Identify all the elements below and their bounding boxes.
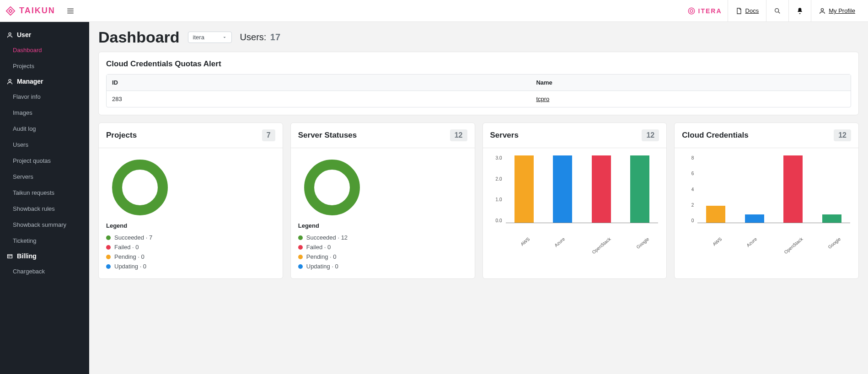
section-manager-label: Manager — [17, 78, 43, 85]
sidebar-item-showback-rules[interactable]: Showback rules — [0, 201, 89, 217]
servers-bar-chart: 3.02.01.00.0AWSAzureOpenStackGoogle — [490, 155, 659, 233]
sidebar-toggle-button[interactable] — [66, 7, 75, 15]
legend-updating: Updating · 0 — [106, 262, 275, 271]
cloud-credentials-bar-chart: 86420AWSAzureOpenStackGoogle — [682, 155, 851, 233]
sidebar: User Dashboard Projects Manager Flavor i… — [0, 22, 89, 374]
org-select-dropdown[interactable]: itera — [188, 32, 232, 43]
sidebar-section-user: User — [0, 27, 89, 42]
projects-card-title: Projects — [106, 131, 137, 140]
svg-point-4 — [9, 32, 11, 35]
legend-failed: Failed · 0 — [298, 242, 467, 252]
chevron-down-icon — [222, 35, 227, 40]
servers-card-title: Servers — [490, 131, 519, 140]
brand-logo-icon — [5, 6, 16, 16]
bell-icon — [796, 7, 804, 15]
cloud-credentials-count-badge: 12 — [834, 129, 851, 141]
page-title: Dashboard — [98, 28, 180, 46]
sidebar-item-users[interactable]: Users — [0, 137, 89, 153]
org-brand: ITERA — [687, 7, 722, 15]
legend-succeeded: Succeeded · 7 — [106, 233, 275, 242]
sidebar-item-servers[interactable]: Servers — [0, 169, 89, 185]
search-icon — [774, 7, 781, 15]
users-summary: Users: 17 — [240, 32, 281, 43]
svg-point-3 — [821, 8, 824, 11]
brand-name: TAIKUN — [19, 6, 55, 16]
sidebar-item-images[interactable]: Images — [0, 105, 89, 121]
topbar: TAIKUN ITERA Docs My Profile — [0, 0, 868, 22]
brand[interactable]: TAIKUN — [5, 6, 55, 16]
svg-point-5 — [9, 79, 11, 81]
svg-point-7 — [309, 165, 355, 210]
search-button[interactable] — [766, 0, 788, 21]
servers-card: Servers 12 3.02.01.00.0AWSAzureOpenStack… — [482, 123, 667, 279]
projects-donut-chart — [106, 155, 275, 222]
cell-name-link[interactable]: tcpro — [536, 96, 549, 102]
sidebar-item-ticketing[interactable]: Ticketing — [0, 233, 89, 249]
notifications-button[interactable] — [788, 0, 811, 21]
cloud-credentials-card: Cloud Credentials 12 86420AWSAzureOpenSt… — [674, 123, 859, 279]
topbar-right: Docs My Profile — [728, 0, 863, 21]
legend-updating: Updating · 0 — [298, 262, 467, 271]
server-statuses-card: Server Statuses 12 Legend Succeeded · 12… — [290, 123, 475, 279]
col-id: ID — [107, 75, 530, 91]
sidebar-item-projects[interactable]: Projects — [0, 58, 89, 74]
user-icon — [6, 78, 13, 85]
docs-link-text: Docs — [745, 7, 759, 14]
billing-icon — [6, 253, 13, 260]
server-statuses-donut-chart — [298, 155, 467, 222]
menu-icon — [66, 7, 75, 15]
sidebar-item-project-quotas[interactable]: Project quotas — [0, 153, 89, 169]
quotas-alert-table: ID Name 283 tcpro — [106, 74, 851, 107]
svg-point-1 — [690, 10, 693, 12]
legend-title: Legend — [106, 222, 275, 229]
user-icon — [6, 32, 13, 38]
docs-link[interactable]: Docs — [728, 0, 766, 21]
legend-title: Legend — [298, 222, 467, 229]
page-header: Dashboard itera Users: 17 — [98, 28, 859, 46]
sidebar-item-flavor-info[interactable]: Flavor info — [0, 89, 89, 105]
profile-link[interactable]: My Profile — [811, 0, 863, 21]
sidebar-item-dashboard[interactable]: Dashboard — [0, 42, 89, 58]
section-billing-label: Billing — [17, 252, 37, 260]
server-statuses-count-badge: 12 — [450, 129, 467, 141]
svg-point-6 — [117, 165, 163, 210]
sidebar-item-audit-log[interactable]: Audit log — [0, 121, 89, 137]
legend-pending: Pending · 0 — [106, 252, 275, 262]
projects-card: Projects 7 Legend Succeeded · 7 Failed ·… — [98, 123, 283, 279]
users-count: 17 — [270, 32, 280, 42]
quotas-alert-title: Cloud Credentials Quotas Alert — [106, 59, 851, 69]
cards-row: Projects 7 Legend Succeeded · 7 Failed ·… — [98, 123, 859, 279]
quotas-alert-panel: Cloud Credentials Quotas Alert ID Name 2… — [98, 52, 859, 115]
sidebar-section-manager: Manager — [0, 74, 89, 89]
sidebar-item-taikun-requests[interactable]: Taikun requests — [0, 185, 89, 201]
projects-count-badge: 7 — [262, 129, 275, 141]
org-logo-icon — [687, 7, 696, 15]
profile-link-text: My Profile — [829, 7, 855, 14]
main-content: Dashboard itera Users: 17 Cloud Credenti… — [89, 22, 868, 374]
org-select-value: itera — [193, 34, 204, 41]
col-name: Name — [530, 75, 851, 91]
legend-pending: Pending · 0 — [298, 252, 467, 262]
legend-failed: Failed · 0 — [106, 242, 275, 252]
user-icon — [819, 7, 826, 15]
sidebar-item-chargeback[interactable]: Chargeback — [0, 263, 89, 279]
section-user-label: User — [17, 31, 31, 38]
svg-point-2 — [775, 8, 779, 12]
servers-count-badge: 12 — [642, 129, 659, 141]
server-statuses-card-title: Server Statuses — [298, 131, 357, 140]
sidebar-section-billing: Billing — [0, 249, 89, 263]
org-name: ITERA — [698, 7, 722, 15]
users-label: Users: — [240, 32, 267, 42]
table-row: 283 tcpro — [107, 91, 851, 107]
cloud-credentials-card-title: Cloud Credentials — [682, 131, 748, 140]
cell-id: 283 — [107, 91, 530, 107]
svg-point-0 — [688, 8, 695, 14]
legend-succeeded: Succeeded · 12 — [298, 233, 467, 242]
docs-icon — [735, 7, 743, 15]
sidebar-item-showback-summary[interactable]: Showback summary — [0, 217, 89, 233]
